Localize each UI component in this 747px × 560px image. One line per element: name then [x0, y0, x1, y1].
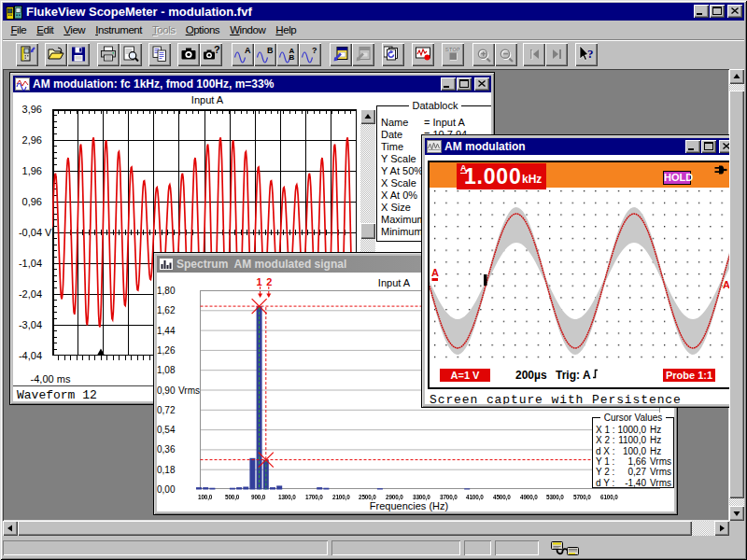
horizontal-scroll-thumb[interactable] [18, 521, 692, 536]
record-waveform-button[interactable] [412, 43, 434, 66]
open-button[interactable] [45, 43, 67, 66]
scroll-down-button[interactable] [729, 506, 744, 521]
waveform-window-minimize-button[interactable] [441, 77, 456, 91]
waveform-y-tick-label: -4,04 [13, 350, 42, 361]
scope-window-maximize-button[interactable] [701, 140, 716, 153]
svg-text:A: A [245, 46, 251, 55]
scope-timebase-label: 200µs [515, 369, 547, 382]
app-minimize-button[interactable] [694, 5, 709, 18]
toolbar-group [97, 43, 142, 66]
svg-text:STOP: STOP [445, 47, 460, 52]
waveform-y-tick-label: -2,04 [13, 288, 42, 300]
waveform-y-tick-label: 0,96 [13, 196, 42, 207]
last-record-button[interactable] [545, 43, 568, 66]
scope-caption: Screen capture with Persistence [430, 393, 682, 404]
waveform-window-close-button[interactable] [474, 77, 489, 91]
zoom-out-button[interactable] [495, 43, 517, 66]
connect-instrument-button[interactable] [16, 43, 38, 66]
app-title-bar[interactable]: FlukeView ScopeMeter - modulation.fvf [3, 3, 744, 21]
menu-options[interactable]: Options [180, 22, 225, 37]
cursor-values-legend-wrap: Cursor Values [593, 412, 673, 423]
waveform-chart-title: Input A [158, 94, 257, 105]
read-waveform-ab-button[interactable]: AB [276, 43, 299, 66]
scope-window-minimize-button[interactable] [685, 140, 700, 153]
app-maximize-button[interactable] [710, 5, 725, 18]
scope-window-title-bar[interactable]: AM modulation [425, 138, 729, 155]
export-window-button[interactable] [330, 43, 352, 66]
menu-instrument[interactable]: Instrument [91, 22, 148, 37]
export-window-disabled-button[interactable] [352, 43, 374, 66]
menu-view[interactable]: View [59, 22, 91, 37]
zoom-in-button[interactable] [472, 43, 495, 66]
spectrum-y-tick-label: 1,26 [157, 345, 174, 356]
screen-capture-button[interactable] [177, 43, 200, 66]
svg-text:?: ? [214, 45, 220, 55]
menu-help[interactable]: Help [271, 22, 302, 37]
scroll-left-button[interactable] [3, 521, 18, 536]
datablock-row-value: = Input A [424, 117, 465, 128]
waveform-scroll-thumb[interactable] [360, 223, 375, 239]
copy-button[interactable] [148, 43, 171, 66]
waveform-y-tick-label: 2,96 [13, 134, 42, 146]
cursor-value-number: 100,0 [607, 446, 646, 456]
replay-windows-button[interactable] [382, 43, 404, 66]
spectrum-x-tick-label: 4500,0 [493, 493, 511, 501]
scope-window-close-button[interactable] [719, 140, 729, 153]
menu-edit[interactable]: Edit [32, 22, 59, 37]
vertical-scroll-thumb[interactable] [729, 91, 744, 498]
toolbar-group: ? [575, 43, 598, 66]
spectrum-x-tick-label: 5700,0 [573, 493, 591, 501]
cursor-value-row: d X :100,0Hz [596, 446, 671, 456]
mdi-workspace: AM modulation: fc 1kHz, fmod 100Hz, m=33… [3, 69, 744, 536]
spectrum-x-tick-label: 6100,0 [600, 493, 618, 501]
datablock-legend: Datablock [409, 100, 462, 111]
window-caption-buttons [684, 140, 729, 153]
toolbar-group [45, 43, 90, 66]
context-help-button[interactable]: ? [575, 43, 598, 66]
spectrum-y-tick-label: 1,80 [157, 286, 174, 296]
screen-capture-options-button[interactable]: ? [200, 43, 222, 66]
cursor-value-unit: Vrms [650, 467, 671, 477]
scroll-right-button[interactable] [714, 521, 729, 536]
datablock-row-label: Date [381, 129, 402, 140]
toolbar-group: STOPSTOP [442, 43, 464, 66]
stop-button[interactable]: STOPSTOP [442, 43, 464, 66]
menu-file[interactable]: File [6, 22, 32, 37]
spectrum-y-tick-label: 1,44 [157, 326, 174, 336]
horizontal-scrollbar[interactable] [3, 521, 729, 536]
datablock-legend-wrap: Datablock [377, 100, 491, 111]
scope-screen-capture: AAA1.000kHzHOLDA=1 V200µsTrig: AProbe 1:… [428, 161, 729, 389]
waveform-window-maximize-button[interactable] [457, 77, 472, 91]
save-button[interactable] [67, 43, 90, 66]
cursor-value-unit: Hz [650, 435, 661, 445]
cursor-value-number: 0,27 [607, 467, 646, 477]
svg-text:?: ? [312, 46, 317, 55]
menu-tools[interactable]: Tools [148, 22, 181, 37]
application-window: FlukeView ScopeMeter - modulation.fvf Fi… [0, 0, 747, 560]
print-preview-button[interactable] [120, 43, 142, 66]
datablock-row: Name= Input A [381, 117, 491, 128]
waveform-window-title-bar[interactable]: AM modulation: fc 1kHz, fmod 100Hz, m=33… [13, 76, 491, 92]
scroll-up-button[interactable] [729, 69, 744, 84]
app-close-button[interactable] [727, 5, 742, 18]
waveform-scroll-up-button[interactable] [360, 109, 375, 124]
menu-window[interactable]: Window [225, 22, 271, 37]
scope-right-channel-marker: A [723, 279, 729, 290]
read-waveform-b-button[interactable]: B [254, 43, 276, 66]
datablock-row-label: Minimum [381, 226, 423, 237]
datablock-row-label: Name [381, 117, 408, 128]
cursor-1-label: 1 [257, 276, 262, 287]
vertical-scrollbar[interactable] [729, 69, 744, 521]
cursor-value-row: X 1 :1000,0Hz [596, 425, 671, 435]
spectrum-y-tick-label: 0,18 [157, 465, 174, 475]
spectrum-x-tick-label: 1700,0 [305, 493, 323, 501]
cursor-value-unit: Hz [650, 446, 661, 456]
rising-edge-icon [592, 369, 599, 379]
spectrum-chart-icon [159, 258, 174, 271]
svg-text:?: ? [587, 47, 594, 61]
print-button[interactable] [97, 43, 120, 66]
read-waveform-a-button[interactable]: A [232, 43, 254, 66]
first-record-button[interactable] [523, 43, 545, 66]
read-waveform-options-button[interactable]: ? [299, 43, 321, 66]
cursor-value-unit: Hz [650, 425, 661, 435]
